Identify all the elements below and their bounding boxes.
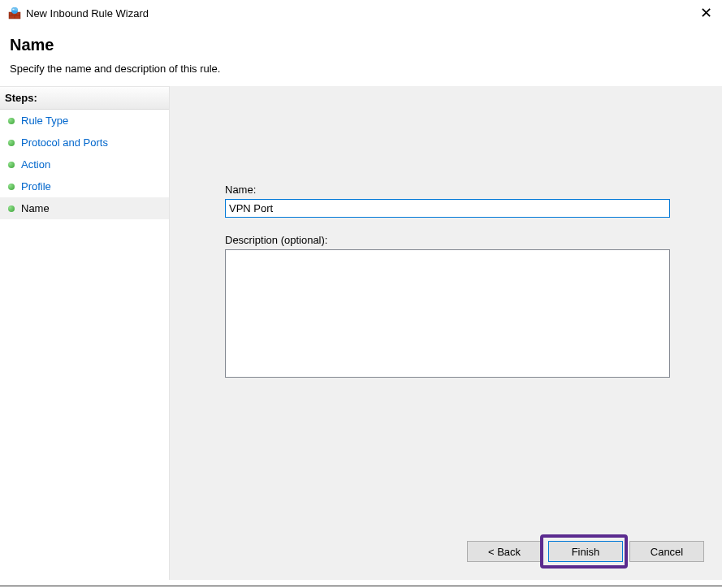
cancel-button[interactable]: Cancel <box>629 541 704 562</box>
step-label: Action <box>21 158 50 171</box>
bullet-icon <box>8 205 15 212</box>
steps-sidebar: Steps: Rule Type Protocol and Ports Acti… <box>0 86 169 580</box>
step-label: Profile <box>21 180 51 192</box>
bullet-icon <box>8 184 15 190</box>
bullet-icon <box>8 118 15 124</box>
page-heading: Name <box>10 36 712 54</box>
main-panel: Name: Description (optional): < Back Fin… <box>169 86 722 580</box>
description-label: Description (optional): <box>225 234 673 246</box>
step-rule-type[interactable]: Rule Type <box>0 110 169 132</box>
firewall-icon <box>8 6 21 19</box>
step-name[interactable]: Name <box>0 197 169 219</box>
page-subheading: Specify the name and description of this… <box>10 63 712 75</box>
steps-header: Steps: <box>0 86 169 110</box>
form-area: Name: Description (optional): <box>170 86 722 380</box>
bullet-icon <box>8 162 15 168</box>
window-bottom-border <box>0 586 722 586</box>
step-protocol-and-ports[interactable]: Protocol and Ports <box>0 132 169 153</box>
close-button[interactable]: ✕ <box>698 7 714 19</box>
name-label: Name: <box>225 184 673 196</box>
button-row: < Back Finish Cancel <box>467 541 704 562</box>
step-label: Protocol and Ports <box>21 136 108 149</box>
svg-point-7 <box>12 9 14 11</box>
description-textarea[interactable] <box>225 249 670 378</box>
content-area: Steps: Rule Type Protocol and Ports Acti… <box>0 86 722 580</box>
window-title: New Inbound Rule Wizard <box>26 7 149 19</box>
finish-button[interactable]: Finish <box>548 541 623 562</box>
bullet-icon <box>8 140 15 146</box>
wizard-header: Name Specify the name and description of… <box>0 24 722 86</box>
step-profile[interactable]: Profile <box>0 175 169 197</box>
titlebar-left: New Inbound Rule Wizard <box>8 6 149 19</box>
name-input[interactable] <box>225 199 670 218</box>
step-label: Name <box>21 202 50 214</box>
back-button[interactable]: < Back <box>467 541 542 562</box>
titlebar: New Inbound Rule Wizard ✕ <box>0 0 722 24</box>
step-label: Rule Type <box>21 115 68 127</box>
step-action[interactable]: Action <box>0 153 169 175</box>
